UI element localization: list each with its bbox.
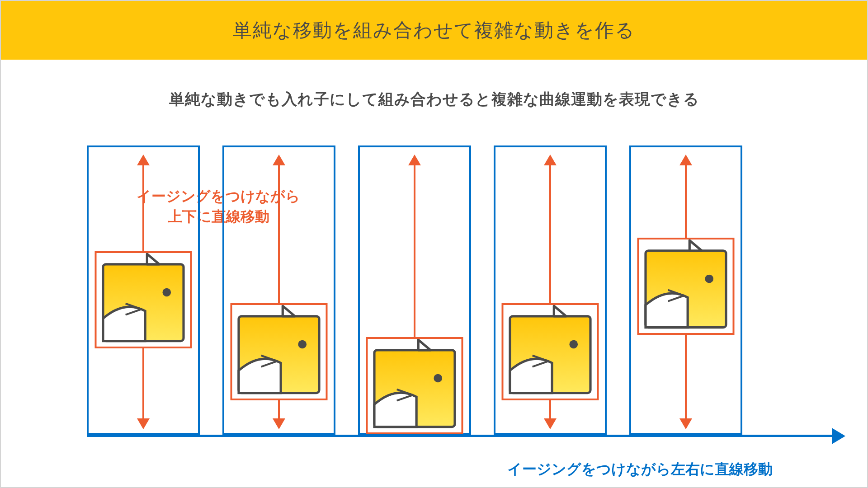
svg-marker-6 <box>283 306 295 316</box>
motion-column <box>87 145 200 435</box>
motion-column <box>629 145 742 435</box>
slide-title: 単純な移動を組み合わせて複雑な動きを作る <box>233 18 635 43</box>
svg-point-7 <box>298 340 307 349</box>
cat-icon <box>368 339 462 432</box>
cat-icon <box>97 253 190 347</box>
cat-icon <box>639 239 733 333</box>
cat-sprite-box <box>637 238 735 335</box>
svg-point-17 <box>569 340 578 349</box>
motion-column <box>222 145 335 435</box>
slide-subtitle: 単純な動きでも入れ子にして組み合わせると複雑な曲線運動を表現できる <box>1 89 867 110</box>
slide: 単純な移動を組み合わせて複雑な動きを作る 単純な動きでも入れ子にして組み合わせる… <box>0 0 868 488</box>
title-bar: 単純な移動を組み合わせて複雑な動きを作る <box>1 1 867 60</box>
cat-sprite-box <box>502 303 599 400</box>
svg-point-22 <box>705 275 713 283</box>
svg-marker-11 <box>418 340 430 350</box>
cat-icon <box>504 305 597 399</box>
svg-marker-1 <box>147 254 159 264</box>
horizontal-arrow <box>87 435 833 437</box>
cat-icon <box>232 305 326 399</box>
motion-column <box>494 145 607 435</box>
svg-marker-16 <box>554 306 566 316</box>
svg-marker-21 <box>689 240 702 251</box>
cat-sprite-box <box>95 251 192 348</box>
svg-point-12 <box>434 374 442 383</box>
cat-sprite-box <box>366 337 463 434</box>
svg-point-2 <box>162 288 171 297</box>
diagram-stage: イージングをつけながら 上下に直線移動 イージングをつけながら左右に直線移動 <box>87 145 801 435</box>
horizontal-motion-label: イージングをつけながら左右に直線移動 <box>507 460 773 479</box>
motion-column <box>358 145 471 435</box>
cat-sprite-box <box>231 303 328 400</box>
